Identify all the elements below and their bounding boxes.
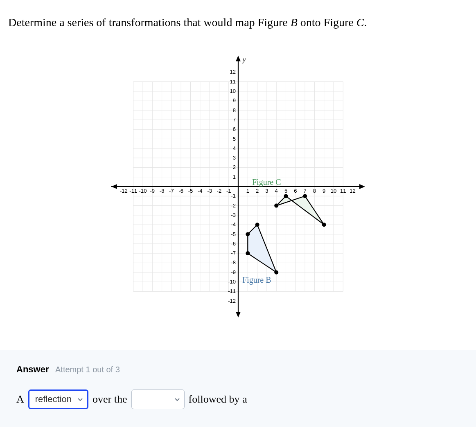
x-tick-label: -4 [198,188,203,194]
y-axis-label: y [242,56,246,63]
x-tick-label: -3 [207,188,212,194]
vertex-point [246,232,250,236]
vertex-point [274,204,278,208]
x-tick-label: 10 [330,188,336,194]
arrow-right-icon [359,184,365,189]
y-tick-label: 7 [232,117,235,123]
figure-b-shape [248,225,276,272]
y-tick-label: -11 [228,288,236,294]
y-tick-label: 5 [232,136,235,142]
y-tick-label: 3 [232,155,235,161]
chevron-down-icon [174,396,180,402]
y-tick-label: -4 [231,221,236,227]
x-tick-label: 8 [313,188,316,194]
x-tick-label: -1 [226,188,231,194]
chevron-down-icon [77,396,83,402]
y-tick-label: 11 [230,79,235,85]
x-tick-label: 5 [284,188,287,194]
x-tick-label: 6 [294,188,297,194]
y-tick-label: 8 [232,107,235,113]
y-tick-label: 10 [230,88,235,94]
x-tick-label: 7 [303,188,306,194]
figure-c-label: Figure C [252,178,281,187]
x-tick-label: -6 [178,188,183,194]
vertex-point [255,223,259,227]
sentence-part-a: A [16,393,24,405]
vertex-point [303,194,307,198]
x-tick-label: -10 [139,188,147,194]
x-tick-label: 11 [340,188,346,194]
y-tick-label: -12 [228,298,236,304]
y-tick-label: -8 [231,259,236,266]
figure-b-label: Figure B [242,275,271,285]
y-tick-label: -3 [231,212,236,218]
arrow-up-icon [236,56,241,61]
x-tick-label: 3 [265,188,268,194]
x-tick-label: 12 [350,188,355,194]
x-tick-label: 1 [246,188,249,194]
y-tick-label: -2 [231,203,236,209]
coordinate-graph: y x -12-11-10-9-8-7-6-5-4-3-2-1123456789… [111,56,365,317]
x-tick-label: 4 [275,188,277,194]
y-tick-label: -7 [231,250,236,256]
x-tick-label: -11 [129,188,137,194]
x-tick-label: -7 [169,188,174,194]
x-tick-label: -12 [120,188,128,194]
prompt-text-2: onto Figure [298,16,356,29]
prompt-text-1: Determine a series of transformations th… [8,16,291,29]
prompt-var-c: C [356,16,364,29]
x-tick-label: 2 [255,188,258,194]
y-tick-label: 6 [232,126,235,132]
x-tick-label: -2 [217,188,221,194]
x-tick-label: -5 [188,188,193,194]
x-tick-label: -9 [150,188,155,194]
y-tick-label: 2 [232,164,235,170]
transformation-type-value: reflection [35,394,72,405]
prompt-text-3: . [364,16,367,29]
question-prompt: Determine a series of transformations th… [8,14,468,31]
x-tick-label: -8 [159,188,164,194]
reflection-axis-select[interactable] [131,389,185,409]
vertex-point [322,223,326,227]
sentence-part-b: over the [92,393,127,405]
y-tick-label: -5 [231,231,236,237]
answer-panel: Answer Attempt 1 out of 3 A reflection o… [0,350,476,427]
y-tick-label: 9 [232,97,235,104]
transformation-type-select[interactable]: reflection [28,389,88,409]
y-tick-label: -10 [228,279,236,285]
attempt-counter: Attempt 1 out of 3 [55,365,120,374]
y-tick-label: -6 [231,241,236,247]
vertex-point [284,194,288,198]
y-tick-label: -1 [231,193,236,199]
y-tick-label: 4 [232,145,235,151]
arrow-down-icon [236,312,241,317]
figure-c-shape [276,196,324,225]
y-tick-label: -9 [231,269,236,275]
vertex-point [246,251,250,255]
x-tick-label: 9 [323,188,325,194]
y-tick-label: 12 [230,69,235,75]
sentence-part-c: followed by a [189,393,247,405]
prompt-var-b: B [291,16,298,29]
vertex-point [274,270,278,275]
arrow-left-icon [111,184,117,189]
answer-heading: Answer [16,364,49,374]
y-tick-label: 1 [232,174,235,180]
